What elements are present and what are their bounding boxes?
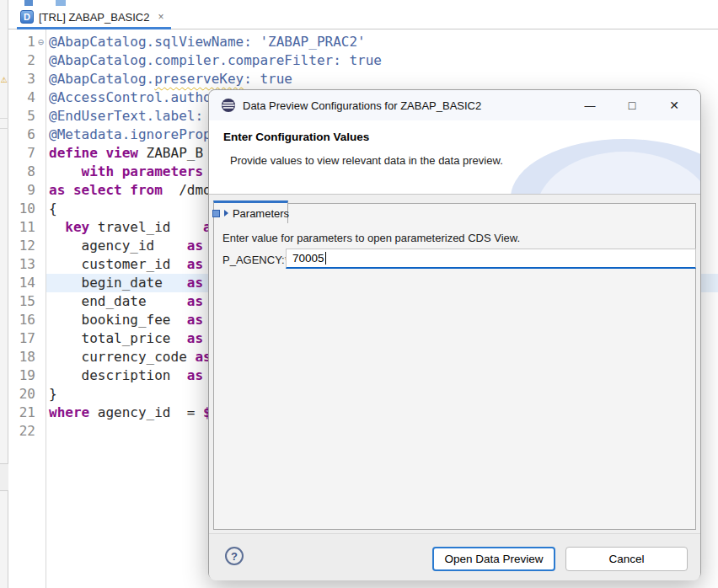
- line-gutter: 4: [8, 88, 46, 107]
- line-number: 6: [27, 126, 35, 144]
- cancel-button[interactable]: Cancel: [565, 547, 688, 571]
- line-number: 20: [19, 385, 35, 404]
- code-token: @Metadata.ignoreProp: [49, 126, 212, 142]
- line-number: 13: [19, 255, 35, 274]
- tab-close-icon[interactable]: ×: [158, 11, 164, 23]
- code-token: @AbapCatalog.compiler.compareFilter: tru…: [49, 52, 382, 68]
- data-preview-configurations-dialog: Data Preview Configurations for ZABAP_BA…: [208, 89, 701, 580]
- line-number: 16: [19, 311, 35, 329]
- line-gutter: 18: [8, 348, 46, 366]
- tab-parameters[interactable]: Parameters: [213, 200, 288, 223]
- help-icon[interactable]: ?: [225, 547, 244, 565]
- eclipse-adt-workbench: D [TRL] ZABAP_BASIC2 × 1⊖@AbapCatalog.sq…: [0, 0, 718, 588]
- line-gutter: 17: [8, 329, 46, 348]
- code-token: as: [187, 367, 203, 383]
- line-number: 19: [19, 366, 35, 385]
- toolbar-icon-fragment: [56, 0, 66, 6]
- line-gutter: 5: [8, 107, 46, 126]
- parameter-field-label: P_AGENCY:*: [222, 254, 289, 266]
- code-token: as: [187, 330, 203, 346]
- code-token: key: [65, 219, 89, 235]
- line-gutter: ⚠3: [8, 70, 46, 88]
- line-gutter: 11: [8, 218, 46, 237]
- line-number: 15: [19, 292, 35, 311]
- line-number: 14: [19, 274, 35, 292]
- line-gutter: 1⊖: [8, 33, 46, 51]
- line-gutter: 21: [8, 404, 46, 422]
- code-token: @AbapCatalog.: [49, 71, 154, 87]
- dialog-title-bar[interactable]: Data Preview Configurations for ZABAP_BA…: [209, 90, 700, 120]
- dialog-title: Data Preview Configurations for ZABAP_BA…: [243, 99, 481, 112]
- code-line-1[interactable]: 1⊖@AbapCatalog.sqlViewName: 'ZABAP_PRAC2…: [8, 33, 718, 51]
- code-line-2[interactable]: 2@AbapCatalog.compiler.compareFilter: tr…: [8, 51, 718, 70]
- line-number: 22: [19, 422, 35, 441]
- code-token: begin_date: [49, 275, 187, 291]
- line-gutter: 19: [8, 366, 46, 385]
- line-gutter: 10: [8, 200, 46, 218]
- line-gutter: 12: [8, 237, 46, 255]
- line-number: 5: [27, 107, 35, 126]
- close-icon[interactable]: ✕: [653, 90, 695, 120]
- code-token: @AccessControl.author: [49, 89, 219, 105]
- line-number: 10: [19, 200, 35, 218]
- rail-divider: [0, 118, 8, 119]
- tab-parameters-label: Parameters: [233, 207, 289, 220]
- line-number: 3: [27, 70, 35, 88]
- dialog-header-banner: Enter Configuration Values Provide value…: [209, 120, 700, 195]
- line-number: 17: [19, 329, 35, 348]
- code-line-3[interactable]: ⚠3@AbapCatalog.preserveKey: true: [8, 70, 718, 88]
- parameter-icon: [212, 210, 220, 217]
- code-token: with parameters: [82, 163, 204, 179]
- toolbar-icon-fragment: [24, 0, 33, 6]
- line-gutter: 7: [8, 144, 46, 163]
- code-token: booking_fee: [49, 312, 187, 328]
- code-token: as: [187, 293, 203, 309]
- code-token: as: [187, 256, 203, 272]
- eclipse-logo-icon: [221, 98, 236, 113]
- code-token: customer_id: [49, 256, 187, 272]
- line-number: 18: [19, 348, 35, 366]
- code-text[interactable]: @AbapCatalog.sqlViewName: 'ZABAP_PRAC2': [46, 33, 718, 51]
- rail-divider: [0, 128, 8, 129]
- line-gutter: 16: [8, 311, 46, 329]
- code-token: [49, 219, 65, 235]
- dialog-footer: ? Open Data Preview Cancel: [209, 533, 700, 580]
- line-gutter: 14: [8, 274, 46, 292]
- line-number: 1: [27, 33, 35, 51]
- ddl-source-icon: D: [20, 10, 34, 24]
- code-token: as: [187, 312, 203, 328]
- code-token: ZABAP_B: [138, 145, 203, 161]
- line-number: 9: [27, 181, 35, 200]
- code-token: as: [187, 275, 203, 291]
- window-controls: — □ ✕: [569, 90, 695, 120]
- open-data-preview-button[interactable]: Open Data Preview: [432, 547, 555, 571]
- code-token: agency_id: [49, 238, 187, 254]
- code-token: {: [49, 200, 57, 216]
- code-token: define view: [49, 145, 138, 161]
- line-number: 11: [19, 218, 35, 237]
- code-text[interactable]: @AbapCatalog.compiler.compareFilter: tru…: [46, 51, 718, 70]
- line-gutter: 22: [8, 422, 46, 441]
- fold-collapse-icon[interactable]: ⊖: [35, 33, 46, 51]
- parameter-value-input[interactable]: [286, 249, 696, 269]
- code-token: preserveKey: [154, 71, 244, 87]
- code-token: @AbapCatalog.sqlViewName: 'ZABAP_PRAC2': [49, 34, 366, 50]
- code-token: travel_id: [89, 219, 203, 235]
- code-token: : true: [244, 71, 292, 87]
- warning-icon: ⚠: [1, 70, 8, 88]
- line-gutter: 8: [8, 163, 46, 181]
- minimize-icon[interactable]: —: [569, 90, 611, 120]
- line-number: 8: [27, 163, 35, 181]
- code-token: end_date: [49, 293, 187, 309]
- line-number: 12: [19, 237, 35, 255]
- line-number: 4: [27, 88, 35, 107]
- minimized-view-slot[interactable]: [0, 463, 8, 491]
- code-token: description: [49, 367, 187, 383]
- line-gutter: 2: [8, 51, 46, 70]
- editor-tab-zabap-basic2[interactable]: D [TRL] ZABAP_BASIC2 ×: [17, 7, 171, 29]
- code-token: currency_code: [49, 349, 195, 365]
- code-token: as: [187, 238, 203, 254]
- code-text[interactable]: @AbapCatalog.preserveKey: true: [46, 70, 718, 88]
- parameter-input-wrap: [286, 249, 696, 269]
- maximize-icon[interactable]: □: [611, 90, 653, 120]
